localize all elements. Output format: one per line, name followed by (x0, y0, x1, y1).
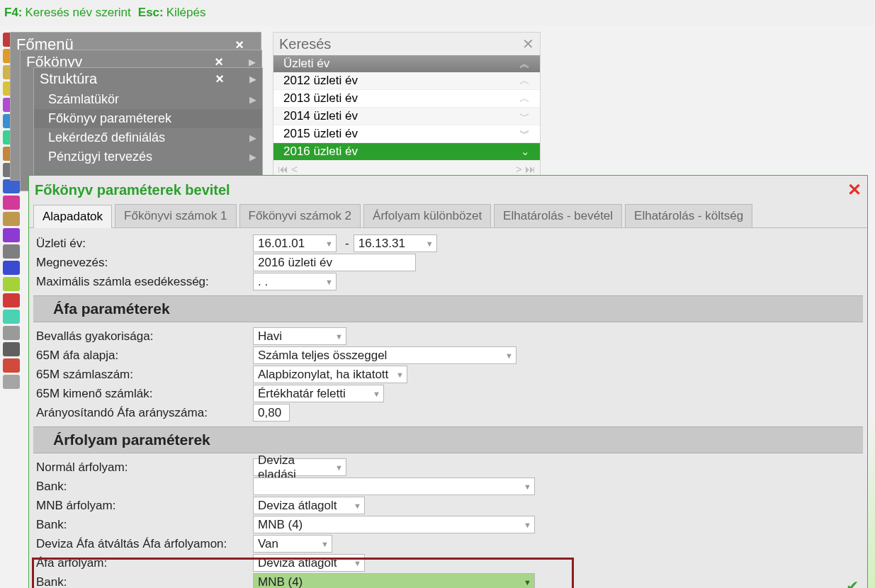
bank2-label: Bank: (33, 518, 253, 532)
caret-icon: ▼ (335, 463, 343, 472)
normal-arf-label: Normál árfolyam: (33, 460, 253, 475)
search-row-3[interactable]: 2015 üzleti év︾ (273, 125, 540, 143)
tab-row: AlapadatokFőkönyvi számok 1Főkönyvi szám… (29, 204, 867, 228)
caret-icon: ▼ (426, 239, 434, 248)
max-label: Maximális számla esedékesség: (33, 275, 253, 289)
form-window: Főkönyv paraméterek bevitel ✕ Alapadatok… (28, 175, 868, 588)
szamlaszam-select[interactable]: Alapbizonylat, ha iktatott▼ (253, 366, 407, 383)
sidebar-icon-20[interactable] (3, 358, 20, 373)
tab-3[interactable]: Árfolyam különbözet (363, 204, 491, 227)
afa-section-header: Áfa paraméterek (33, 295, 863, 322)
sidebar-icon-13[interactable] (3, 244, 20, 259)
tab-0[interactable]: Alapadatok (33, 205, 112, 228)
bank3-select[interactable]: MNB (4)▼ (253, 573, 535, 588)
bank1-select[interactable]: ▼ (253, 477, 535, 495)
search-row-4[interactable]: 2016 üzleti év⌄ (273, 143, 540, 161)
deviza-afa-label: Deviza Áfa átváltás Áfa árfolyamon: (33, 537, 253, 551)
form-body: Üzleti év: 16.01.01▼ - 16.13.31▼ Megneve… (29, 228, 867, 588)
search-row-label: 2013 üzleti év (283, 91, 358, 106)
bank3-label: Bank: (33, 575, 253, 589)
tab-2[interactable]: Főkönyvi számok 2 (239, 204, 361, 227)
arany-input[interactable]: 0,80 (253, 404, 290, 422)
sidebar-icon-9[interactable] (3, 179, 20, 193)
sidebar-icon-10[interactable] (3, 196, 20, 210)
mnb-arf-select[interactable]: Deviza átlagolt▼ (253, 497, 365, 514)
shortcut-bar: F4: Keresés név szerint Esc: Kilépés (0, 0, 875, 26)
form-close-icon[interactable]: ✕ (847, 180, 862, 200)
sidebar-icon-15[interactable] (3, 277, 20, 291)
sidebar-icon-16[interactable] (3, 293, 20, 307)
szamlaszam-label: 65M számlaszám: (33, 368, 253, 382)
nav-first-icon[interactable]: ⏮ < (278, 163, 298, 175)
struktura-item-label: Főkönyv paraméterek (48, 111, 171, 126)
caret-icon: ▼ (321, 540, 329, 548)
struktura-item-label: Lekérdező definiálás (48, 130, 165, 145)
caret-icon: ▼ (325, 239, 333, 248)
sidebar-icon-18[interactable] (3, 326, 20, 340)
caret-icon: ▼ (524, 482, 531, 491)
fokonyv-submenu-icon: ▶ (249, 57, 256, 67)
scroll-top-icon[interactable]: ︽ (515, 57, 530, 71)
search-title: Keresés (279, 36, 331, 52)
scroll-nav-icon[interactable]: ︾ (515, 128, 530, 141)
struktura-header: Struktúra × ▶ (34, 68, 262, 90)
kimeno-select[interactable]: Értékhatár feletti▼ (253, 385, 384, 402)
struktura-item-1[interactable]: Főkönyv paraméterek (34, 109, 262, 128)
scroll-nav-icon[interactable]: ︿ (515, 92, 530, 106)
scroll-nav-icon[interactable]: ﹀ (515, 110, 530, 123)
afa-arf-select[interactable]: Deviza átlagolt▼ (253, 554, 365, 572)
search-row-2[interactable]: 2014 üzleti év﹀ (273, 108, 540, 125)
tab-4[interactable]: Elhatárolás - bevétel (494, 204, 622, 227)
arf-section-header: Árfolyam paraméterek (33, 426, 863, 453)
sidebar-icon-11[interactable] (3, 212, 20, 226)
search-close-icon[interactable]: ✕ (522, 35, 534, 52)
sidebar-icon-14[interactable] (3, 261, 20, 275)
chevron-right-icon: ▶ (249, 132, 262, 143)
normal-arf-select[interactable]: Deviza eladási▼ (253, 458, 346, 476)
tab-1[interactable]: Főkönyvi számok 1 (115, 204, 237, 227)
uzleti-ev-to[interactable]: 16.13.31▼ (354, 234, 437, 252)
struktura-item-2[interactable]: Lekérdező definiálás▶ (34, 128, 262, 147)
form-title-bar: Főkönyv paraméterek bevitel ✕ (29, 176, 867, 204)
caret-icon: ▼ (396, 371, 404, 379)
search-row-0[interactable]: 2012 üzleti év︿ (273, 72, 540, 90)
struktura-close-icon[interactable]: × (215, 71, 224, 87)
uzleti-ev-from[interactable]: 16.01.01▼ (253, 234, 337, 252)
sidebar-icon-19[interactable] (3, 342, 20, 356)
deviza-afa-select[interactable]: Van▼ (253, 535, 332, 553)
chevron-right-icon: ▶ (249, 94, 262, 105)
bevallas-select[interactable]: Havi▼ (253, 327, 346, 345)
struktura-item-0[interactable]: Számlatükör▶ (34, 90, 262, 109)
scroll-nav-icon[interactable]: ⌄ (516, 145, 530, 158)
uzleti-ev-label: Üzleti év: (33, 237, 253, 251)
struktura-item-3[interactable]: Pénzügyi tervezés▶ (34, 147, 262, 166)
kimeno-label: 65M kimenő számlák: (33, 387, 253, 401)
apply-checkmark-icon[interactable]: ✔ (846, 577, 859, 588)
arany-label: Arányosítandó Áfa arányszáma: (33, 406, 253, 420)
bevallas-label: Bevallás gyakorisága: (33, 329, 253, 344)
search-subheader[interactable]: Üzleti év ︽ (273, 55, 540, 72)
caret-icon: ▼ (335, 332, 343, 341)
megnevezes-input[interactable]: 2016 üzleti év (253, 254, 416, 271)
chevron-right-icon: ▶ (249, 152, 262, 162)
search-header: Keresés ✕ (273, 33, 540, 55)
sidebar-icon-21[interactable] (3, 375, 20, 389)
caret-icon: ▼ (524, 521, 531, 529)
tab-5[interactable]: Elhatárolás - költség (625, 204, 752, 227)
shortcut-esc-label: Kilépés (166, 6, 206, 20)
form-title: Főkönyv paraméterek bevitel (35, 182, 230, 198)
alap-select[interactable]: Számla teljes összeggel▼ (253, 346, 516, 364)
caret-icon: ▼ (325, 278, 333, 286)
scroll-nav-icon[interactable]: ︿ (515, 74, 530, 88)
sidebar-icon-12[interactable] (3, 228, 20, 242)
sidebar-icon-17[interactable] (3, 310, 20, 324)
caret-icon: ▼ (524, 578, 531, 587)
shortcut-f4-key: F4: (4, 6, 23, 20)
mnb-arf-label: MNB árfolyam: (33, 499, 253, 513)
max-input[interactable]: . .▼ (253, 273, 337, 290)
nav-last-icon[interactable]: > ⏭ (516, 163, 536, 175)
struktura-submenu-icon: ▶ (249, 74, 256, 84)
caret-icon: ▼ (373, 390, 380, 398)
bank2-select[interactable]: MNB (4)▼ (253, 516, 535, 533)
search-row-1[interactable]: 2013 üzleti év︿ (273, 90, 540, 108)
